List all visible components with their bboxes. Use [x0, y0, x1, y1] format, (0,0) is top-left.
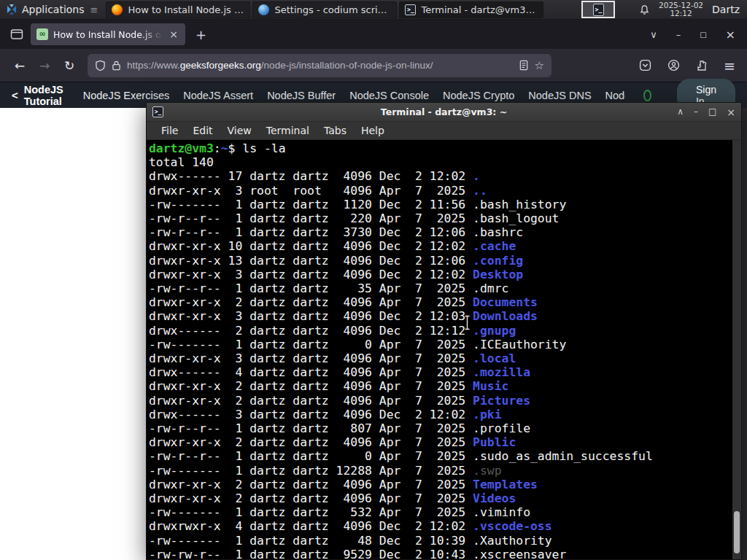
- site-nav-link[interactable]: NodeJS Crypto: [443, 90, 514, 101]
- terminal-line: drwxr-xr-x 2 dartz dartz 4096 Apr 7 2025…: [149, 435, 741, 449]
- distro-logo-icon: [6, 4, 18, 15]
- terminal-line: drwx------ 2 dartz dartz 4096 Dec 2 12:1…: [149, 324, 741, 338]
- browser-tab-bar: ∞ How to Install Node.js o × + ∨ – □ ×: [0, 20, 747, 49]
- terminal-line: drwxrwxr-x 4 dartz dartz 4096 Dec 2 12:0…: [149, 519, 741, 533]
- shade-button[interactable]: ∧: [677, 106, 684, 118]
- url-text[interactable]: https://www.geeksforgeeks.org/node-js/in…: [127, 60, 513, 71]
- terminal-line: -rw------- 1 dartz dartz 48 Dec 2 10:39 …: [149, 534, 741, 548]
- terminal-line: drwxr-xr-x 3 dartz dartz 4096 Dec 2 12:0…: [149, 309, 741, 323]
- toolbar-right-icons: ≡: [639, 58, 740, 74]
- lock-icon[interactable]: [112, 60, 121, 71]
- applications-menu-button[interactable]: Applications ≡: [0, 0, 104, 19]
- menu-lines-icon: ≡: [90, 4, 98, 15]
- firefox-view-icon[interactable]: [10, 28, 23, 40]
- file-name: .dmrc: [473, 281, 508, 295]
- taskbar: Applications ≡ How to Install Node.js o.…: [0, 0, 747, 20]
- window-controls: ∨ – □ ×: [650, 28, 741, 42]
- bookmark-star-icon[interactable]: ☆: [535, 59, 544, 72]
- reload-button[interactable]: ↻: [57, 58, 82, 73]
- terminal-line: -rw------- 1 dartz dartz 12288 Apr 7 202…: [149, 464, 741, 478]
- prompt-command: $ ls -la: [228, 141, 286, 155]
- taskbar-window-title: How to Install Node.js o...: [128, 4, 244, 15]
- site-nav-link[interactable]: NodeJS DNS: [528, 90, 591, 101]
- terminal-line: -rw------- 1 dartz dartz 0 Apr 7 2025 .I…: [149, 338, 741, 351]
- geeksforgeeks-favicon-icon: ∞: [36, 28, 48, 40]
- search-icon[interactable]: [643, 90, 651, 101]
- site-nav-link[interactable]: NodeJS Console: [349, 90, 429, 101]
- url-bar[interactable]: https://www.geeksforgeeks.org/node-js/in…: [88, 54, 551, 77]
- file-name: .cache: [473, 239, 516, 253]
- taskbar-window-firefox[interactable]: How to Install Node.js o...: [106, 1, 250, 18]
- workspace-pager[interactable]: >_: [581, 1, 615, 18]
- menu-hamburger-icon[interactable]: ≡: [724, 58, 735, 74]
- back-button[interactable]: ←: [7, 58, 32, 73]
- text-cursor-pointer: [463, 315, 471, 330]
- browser-tab-active[interactable]: ∞ How to Install Node.js o ×: [31, 23, 185, 45]
- terminal-window-controls: ∧ – □ ×: [677, 106, 735, 118]
- terminal-line: drwxr-xr-x 2 dartz dartz 4096 Apr 7 2025…: [149, 491, 741, 505]
- file-name: .mozilla: [473, 365, 530, 379]
- file-name: Documents: [473, 295, 538, 309]
- terminal-menubar: File Edit View Terminal Tabs Help: [147, 122, 741, 140]
- maximize-button[interactable]: □: [700, 31, 706, 39]
- file-name: Downloads: [473, 309, 538, 323]
- list-tabs-chevron-icon[interactable]: ∨: [650, 29, 657, 40]
- site-nav-link-truncated[interactable]: Node>: [605, 89, 625, 101]
- taskbar-user-label[interactable]: Dartz: [712, 4, 740, 15]
- url-scheme: https://www.: [127, 60, 180, 71]
- site-nav-back[interactable]: < NodeJS Tutorial: [12, 84, 69, 107]
- terminal-content[interactable]: dartz@vm3:~$ ls -la total 140 drwx------…: [147, 140, 741, 559]
- file-name: Templates: [473, 478, 538, 491]
- reader-mode-icon[interactable]: [519, 60, 529, 71]
- terminal-line: drwx------ 17 dartz dartz 4096 Dec 2 12:…: [149, 169, 741, 183]
- site-nav-back-label: NodeJS Tutorial: [24, 84, 69, 107]
- minimize-button[interactable]: –: [676, 29, 681, 40]
- extensions-puzzle-icon[interactable]: [696, 60, 708, 71]
- pocket-icon[interactable]: [639, 59, 651, 71]
- terminal-prompt-line: dartz@vm3:~$ ls -la: [149, 141, 741, 155]
- terminal-scrollbar[interactable]: [732, 140, 741, 559]
- terminal-icon: >_: [405, 4, 416, 15]
- terminal-icon: >_: [593, 4, 604, 16]
- menu-file[interactable]: File: [154, 125, 185, 136]
- chevron-left-icon: <: [12, 89, 18, 101]
- menu-view[interactable]: View: [220, 125, 259, 136]
- notification-bell-icon[interactable]: [639, 4, 650, 15]
- taskbar-window-title: Terminal - dartz@vm3: ~: [421, 4, 538, 15]
- file-name: .swp: [473, 464, 501, 478]
- maximize-button[interactable]: □: [708, 106, 716, 118]
- site-nav-link[interactable]: NodeJS Exercises: [83, 90, 169, 101]
- taskbar-window-terminal[interactable]: >_ Terminal - dartz@vm3: ~: [399, 1, 543, 18]
- minimize-button[interactable]: –: [694, 106, 698, 118]
- menu-terminal[interactable]: Terminal: [259, 125, 317, 136]
- url-domain: geeksforgeeks.org: [180, 60, 261, 71]
- close-button[interactable]: ×: [726, 28, 735, 42]
- site-nav-link[interactable]: NodeJS Assert: [183, 90, 253, 101]
- file-name: .xscreensaver: [473, 548, 566, 559]
- file-name: .Xauthority: [473, 534, 552, 548]
- close-button[interactable]: ×: [727, 106, 735, 118]
- terminal-line: -rw-r--r-- 1 dartz dartz 35 Apr 7 2025 .…: [149, 281, 741, 295]
- taskbar-window-title: Settings - codium script...: [274, 4, 391, 15]
- menu-tabs[interactable]: Tabs: [317, 125, 354, 136]
- site-nav-link[interactable]: NodeJS Buffer: [267, 90, 336, 101]
- new-tab-button[interactable]: +: [196, 27, 206, 42]
- account-icon[interactable]: [667, 59, 680, 71]
- terminal-line: drwxr-xr-x 3 dartz dartz 4096 Dec 2 12:0…: [149, 268, 741, 281]
- shield-icon[interactable]: [95, 60, 106, 71]
- terminal-window: >_ Terminal - dartz@vm3: ~ ∧ – □ × File …: [146, 102, 742, 560]
- tab-close-icon[interactable]: ×: [168, 28, 179, 40]
- taskbar-clock[interactable]: 2025-12-02 12:12: [659, 1, 703, 18]
- forward-button[interactable]: →: [32, 58, 57, 73]
- menu-help[interactable]: Help: [354, 125, 392, 136]
- terminal-line: -rw------- 1 dartz dartz 1120 Dec 2 11:5…: [149, 198, 741, 211]
- taskbar-window-vscodium[interactable]: Settings - codium script...: [252, 1, 397, 18]
- file-name: Pictures: [473, 394, 530, 408]
- terminal-titlebar[interactable]: >_ Terminal - dartz@vm3: ~ ∧ – □ ×: [147, 103, 741, 122]
- terminal-line: -rw------- 1 dartz dartz 532 Apr 7 2025 …: [149, 505, 741, 519]
- applications-label: Applications: [22, 4, 85, 15]
- menu-edit[interactable]: Edit: [185, 125, 220, 136]
- file-name: .gnupg: [473, 324, 516, 338]
- terminal-scrollbar-thumb[interactable]: [734, 511, 740, 553]
- page-scrollbar[interactable]: [741, 108, 747, 560]
